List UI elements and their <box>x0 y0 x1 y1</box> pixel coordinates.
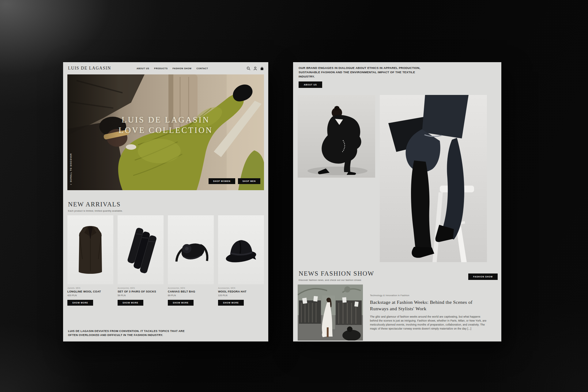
photo-backstage[interactable] <box>298 285 363 341</box>
photo-model-black-suit <box>298 95 375 178</box>
nav-products[interactable]: PRODUCTS <box>154 67 168 70</box>
show-more-button-belt-bag[interactable]: SHOW MORE <box>168 300 194 306</box>
scroll-label: SCROLL TO DISCOVER <box>70 153 72 182</box>
product-category: Accessories, MEN <box>218 287 264 289</box>
product-price: 69 PLN <box>168 294 214 297</box>
brand-statement: LUIS DE LAGASIN DEVIATES FROM CONVENTION… <box>68 329 194 337</box>
chevron-down-icon: ‹ <box>70 184 72 185</box>
hero-title-line1: LUIS DE LAGASIN <box>67 115 264 125</box>
product-category: Accessories, MEN <box>118 287 164 289</box>
hero-cta-group: SHOP WOMEN SHOP MEN <box>209 178 260 184</box>
product-card-belt-bag: Accessories, MEN CANVAS BELT BAG 69 PLN … <box>168 215 214 306</box>
show-more-button-socks[interactable]: SHOW MORE <box>118 300 143 306</box>
boots-photo-illustration <box>380 95 487 262</box>
article-category: Technology & Innovation in Fashion <box>370 294 488 297</box>
new-arrivals-header: NEW ARRIVALS Each product is limited, li… <box>68 201 123 212</box>
scroll-indicator[interactable]: SCROLL TO DISCOVER ‹ <box>70 153 72 185</box>
presentation-backdrop: LUIS DE LAGASIN ABOUT US PRODUCTS FASHIO… <box>0 0 588 392</box>
about-news-mockup: OUR BRAND ENGAGES IN DIALOGUE ABOUT ETHI… <box>293 62 501 341</box>
coat-illustration <box>72 222 109 277</box>
product-image-belt-bag[interactable] <box>168 215 214 284</box>
hero-title: LUIS DE LAGASIN LOVE COLLECTION <box>67 115 264 136</box>
main-nav: ABOUT US PRODUCTS FASHION SHOW CONTACT <box>137 62 208 74</box>
fedora-illustration <box>221 222 261 277</box>
nav-about-us[interactable]: ABOUT US <box>137 67 149 70</box>
new-arrivals-subtitle: Each product is limited, limited quantit… <box>68 209 123 212</box>
about-us-button[interactable]: ABOUT US <box>299 81 322 88</box>
hero-title-line2: LOVE COLLECTION <box>67 125 264 136</box>
socks-illustration <box>122 222 159 277</box>
news-subtitle: Discover fashion news, and check out our… <box>299 279 374 281</box>
show-more-button-fedora[interactable]: SHOW MORE <box>218 300 244 306</box>
product-image-socks[interactable] <box>118 215 164 284</box>
news-header: NEWS FASHION SHOW Discover fashion news,… <box>299 270 374 281</box>
product-name[interactable]: SET OF 3 PAIRS OF SOCKS <box>118 290 164 293</box>
brand-logo[interactable]: LUIS DE LAGASIN <box>68 66 111 71</box>
product-price: 420 PLN <box>67 294 113 297</box>
product-name[interactable]: CANVAS BELT BAG <box>168 290 214 293</box>
product-image-coat[interactable] <box>67 215 113 284</box>
product-category: Accessories, MEN <box>168 287 214 289</box>
product-name[interactable]: WOOL FEDORA HAT <box>218 290 264 293</box>
product-category: Jackets, MEN <box>67 287 113 289</box>
shop-women-button[interactable]: SHOP WOMEN <box>209 178 235 184</box>
product-grid: Jackets, MEN LONGLINE WOOL COAT 420 PLN … <box>67 215 264 306</box>
shop-men-button[interactable]: SHOP MEN <box>238 178 260 184</box>
nav-contact[interactable]: CONTACT <box>197 67 208 70</box>
account-icon[interactable] <box>253 66 257 70</box>
product-name[interactable]: LONGLINE WOOL COAT <box>67 290 113 293</box>
about-statement: OUR BRAND ENGAGES IN DIALOGUE ABOUT ETHI… <box>299 66 430 78</box>
header-icons <box>247 62 264 74</box>
hero-banner: LUIS DE LAGASIN LOVE COLLECTION SCROLL T… <box>67 74 264 190</box>
product-image-fedora[interactable] <box>218 215 264 284</box>
news-article: Technology & Innovation in Fashion Backs… <box>370 294 488 331</box>
news-title: NEWS FASHION SHOW <box>299 270 374 277</box>
homepage-mockup: LUIS DE LAGASIN ABOUT US PRODUCTS FASHIO… <box>63 62 268 341</box>
product-card-fedora: Accessories, MEN WOOL FEDORA HAT 120 PLN… <box>218 215 264 306</box>
article-excerpt: The glitz and glamour of fashion weeks a… <box>370 315 488 331</box>
cart-bag-icon[interactable] <box>260 66 264 70</box>
product-card-coat: Jackets, MEN LONGLINE WOOL COAT 420 PLN … <box>67 215 113 306</box>
photo-model-leather-boots <box>380 95 487 262</box>
belt-bag-illustration <box>171 222 211 277</box>
backstage-photo-illustration <box>298 285 363 341</box>
article-title[interactable]: Backstage at Fashion Weeks: Behind the S… <box>370 299 488 312</box>
site-header: LUIS DE LAGASIN ABOUT US PRODUCTS FASHIO… <box>63 62 268 74</box>
fashion-show-button[interactable]: FASHION SHOW <box>468 273 498 280</box>
new-arrivals-title: NEW ARRIVALS <box>68 201 123 208</box>
product-price: 59 PLN <box>118 294 164 297</box>
show-more-button-coat[interactable]: SHOW MORE <box>67 300 93 306</box>
product-price: 120 PLN <box>218 294 264 297</box>
nav-fashion-show[interactable]: FASHION SHOW <box>172 67 191 70</box>
suit-photo-illustration <box>298 95 375 178</box>
product-card-socks: Accessories, MEN SET OF 3 PAIRS OF SOCKS… <box>118 215 164 306</box>
search-icon[interactable] <box>247 66 251 70</box>
